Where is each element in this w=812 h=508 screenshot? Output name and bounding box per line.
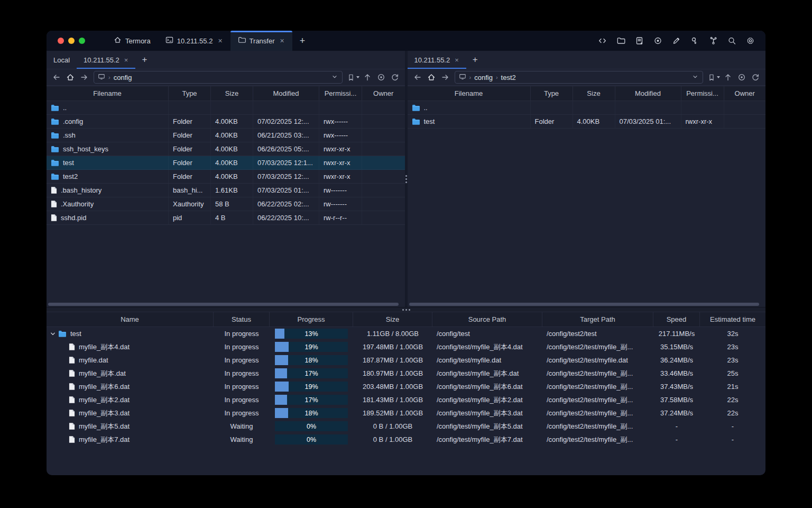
file-row[interactable]: .bash_historybash_hi...1.61KB07/03/2025 … <box>47 184 405 197</box>
file-row[interactable]: .sshFolder4.00KB06/21/2025 03:...rwx----… <box>47 129 405 142</box>
expander-chevron-icon[interactable] <box>49 331 57 337</box>
size-cell: 181.43MB / 1.00GB <box>353 393 432 406</box>
transfer-row[interactable]: myfile_副本7.datWaiting0%0 B / 1.00GB/conf… <box>47 433 765 446</box>
file-row[interactable]: .. <box>47 101 405 115</box>
record-icon[interactable] <box>651 34 665 48</box>
breadcrumb-segment[interactable]: config <box>114 74 132 81</box>
upload-icon[interactable] <box>722 71 734 83</box>
transfer-row[interactable]: myfile_副本2.datIn progress17%181.43MB / 1… <box>47 393 765 406</box>
minimize-window-button[interactable] <box>68 38 75 44</box>
type-cell: Folder <box>169 142 211 156</box>
refresh-icon[interactable] <box>389 71 401 83</box>
transfer-row[interactable]: myfile_副本4.datIn progress19%197.48MB / 1… <box>47 340 765 353</box>
tab-remote-host[interactable]: 10.211.55.2 × <box>77 51 135 69</box>
transfer-row[interactable]: myfile_副本.datIn progress17%180.97MB / 1.… <box>47 367 765 380</box>
bookmark-caret-icon[interactable] <box>717 76 720 78</box>
column-header-size[interactable]: Size <box>353 312 432 326</box>
left-path-bar[interactable]: › config <box>94 71 343 84</box>
search-icon[interactable] <box>725 34 739 48</box>
close-icon[interactable]: × <box>280 37 285 45</box>
folder-icon <box>51 159 59 167</box>
file-row[interactable]: .. <box>408 101 766 115</box>
new-panel-tab-button[interactable]: + <box>135 51 153 69</box>
file-row[interactable]: .configFolder4.00KB07/02/2025 12:...rwx-… <box>47 115 405 129</box>
file-row[interactable]: ssh_host_keysFolder4.00KB06/26/2025 05:.… <box>47 142 405 156</box>
progress-bar: 13% <box>275 329 348 339</box>
transfer-row[interactable]: myfile_副本3.datIn progress18%189.52MB / 1… <box>47 406 765 420</box>
file-panels: Local 10.211.55.2 × + › config <box>47 51 765 307</box>
forward-icon[interactable] <box>439 71 451 83</box>
bookmark-icon[interactable] <box>346 71 356 83</box>
column-header-progress[interactable]: Progress <box>270 312 353 326</box>
chevron-down-icon[interactable] <box>331 73 338 82</box>
new-window-tab-button[interactable]: + <box>292 31 313 51</box>
column-header-target-path[interactable]: Target Path <box>542 312 653 326</box>
column-header-type[interactable]: Type <box>169 86 211 101</box>
column-header-speed[interactable]: Speed <box>653 312 700 326</box>
column-header-modified[interactable]: Modified <box>615 86 681 101</box>
folder-icon[interactable] <box>614 34 628 48</box>
home-icon[interactable] <box>64 71 76 83</box>
column-header-owner[interactable]: Owner <box>362 86 405 101</box>
modified-cell: 06/21/2025 03:... <box>253 129 319 142</box>
new-panel-tab-button[interactable]: + <box>466 51 484 69</box>
horizontal-scrollbar[interactable] <box>48 303 399 306</box>
file-row[interactable]: testFolder4.00KB07/03/2025 12:1...rwxr-x… <box>47 156 405 170</box>
maximize-window-button[interactable] <box>79 38 85 44</box>
column-header-estimated-time[interactable]: Estimated time <box>700 312 765 326</box>
progress-label: 18% <box>275 355 348 365</box>
close-icon[interactable]: × <box>124 56 129 64</box>
log-icon[interactable] <box>632 34 646 48</box>
permissions-cell: rwx------ <box>319 115 362 128</box>
column-header-owner[interactable]: Owner <box>724 86 766 101</box>
column-header-size[interactable]: Size <box>211 86 253 101</box>
transfer-row[interactable]: myfile.datIn progress18%187.87MB / 1.00G… <box>47 353 765 367</box>
breadcrumb-segment[interactable]: config <box>474 74 493 81</box>
tab-local[interactable]: Local <box>47 51 77 69</box>
eye-icon[interactable] <box>375 71 387 83</box>
bookmark-icon[interactable] <box>707 71 716 83</box>
refresh-icon[interactable] <box>750 71 761 83</box>
close-icon[interactable]: × <box>454 56 459 64</box>
breadcrumb-segment[interactable]: test2 <box>501 74 516 81</box>
chevron-down-icon[interactable] <box>691 73 699 82</box>
home-icon[interactable] <box>426 71 437 83</box>
eye-icon[interactable] <box>736 71 748 83</box>
tab-ssh-session[interactable]: 10.211.55.2 × <box>158 31 230 51</box>
code-icon[interactable] <box>595 34 609 48</box>
column-header-filename[interactable]: Filename <box>47 86 169 101</box>
right-path-bar[interactable]: › config › test2 <box>455 71 704 84</box>
column-header-status[interactable]: Status <box>214 312 270 326</box>
file-row[interactable]: testFolder4.00KB07/03/2025 01:...rwxr-xr… <box>408 115 766 129</box>
close-icon[interactable]: × <box>217 37 223 45</box>
settings-icon[interactable] <box>743 34 757 48</box>
column-header-modified[interactable]: Modified <box>253 86 319 101</box>
column-header-type[interactable]: Type <box>531 86 573 101</box>
branch-icon[interactable] <box>706 34 720 48</box>
horizontal-scrollbar[interactable] <box>409 303 760 306</box>
transfer-row[interactable]: myfile_副本5.datWaiting0%0 B / 1.00GB/conf… <box>47 420 765 433</box>
tab-termora-home[interactable]: Termora <box>106 31 158 51</box>
key-icon[interactable] <box>688 34 702 48</box>
transfer-row[interactable]: myfile_副本6.datIn progress19%203.48MB / 1… <box>47 380 765 393</box>
tab-remote-host[interactable]: 10.211.55.2 × <box>408 51 466 69</box>
column-header-name[interactable]: Name <box>47 312 214 326</box>
column-header-permissi-[interactable]: Permissi... <box>681 86 724 101</box>
column-header-filename[interactable]: Filename <box>408 86 531 101</box>
column-header-source-path[interactable]: Source Path <box>432 312 542 326</box>
column-header-size[interactable]: Size <box>573 86 615 101</box>
back-icon[interactable] <box>51 71 62 83</box>
bookmark-caret-icon[interactable] <box>356 76 359 78</box>
file-row[interactable]: .XauthorityXauthority58 B06/22/2025 02:.… <box>47 197 405 211</box>
tab-transfer[interactable]: Transfer × <box>230 31 292 51</box>
back-icon[interactable] <box>412 71 423 83</box>
transfer-row[interactable]: testIn progress13%1.11GB / 8.00GB/config… <box>47 327 765 340</box>
column-header-permissi-[interactable]: Permissi... <box>319 86 362 101</box>
upload-icon[interactable] <box>362 71 373 83</box>
file-row[interactable]: sshd.pidpid4 B06/22/2025 10:...rw-r--r-- <box>47 211 405 225</box>
forward-icon[interactable] <box>78 71 90 83</box>
close-window-button[interactable] <box>58 38 64 44</box>
file-row[interactable]: test2Folder4.00KB07/03/2025 12:...rwxr-x… <box>47 170 405 184</box>
horizontal-splitter[interactable] <box>47 307 765 312</box>
edit-icon[interactable] <box>669 34 683 48</box>
